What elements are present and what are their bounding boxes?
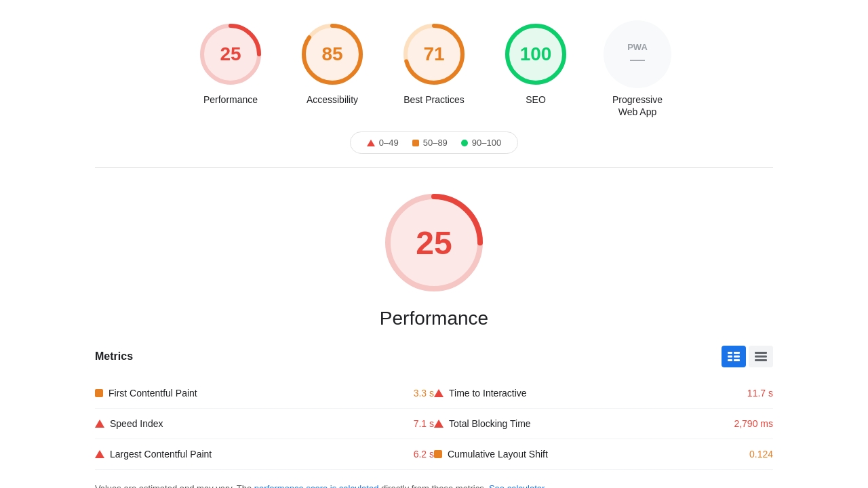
score-pwa[interactable]: PWA — ProgressiveWeb App (590, 20, 685, 118)
metric-cls-name: Cumulative Layout Shift (448, 449, 744, 460)
metric-tti-value: 11.7 s (747, 388, 773, 399)
metric-tbt-icon (434, 420, 443, 428)
metric-cls-value: 0.124 (749, 449, 773, 460)
svg-rect-16 (734, 352, 740, 354)
footer-text-before: Values are estimated and may vary. The (95, 483, 254, 488)
gauge-seo: 100 (502, 20, 570, 88)
gauge-pwa: PWA — (604, 20, 671, 88)
toggle-list-button[interactable] (749, 346, 773, 367)
score-accessibility-label: Accessibility (307, 94, 358, 106)
score-accessibility-value: 85 (321, 43, 342, 65)
legend-green-label: 90–100 (472, 138, 501, 148)
gauge-best-practices: 71 (400, 20, 468, 88)
scores-row: 25 Performance 85 Accessibility (95, 14, 773, 131)
score-pwa-label: ProgressiveWeb App (612, 94, 663, 118)
metrics-right-col: Time to Interactive 11.7 s Total Blockin… (434, 378, 773, 470)
score-performance[interactable]: 25 Performance (183, 20, 278, 106)
legend-orange-label: 50–89 (423, 138, 448, 148)
legend-orange: 50–89 (412, 138, 448, 148)
big-score-value: 25 (416, 224, 452, 262)
metric-cls: Cumulative Layout Shift 0.124 (434, 439, 773, 470)
metrics-grid: First Contentful Paint 3.3 s Speed Index… (95, 378, 773, 470)
metric-tbt-name: Total Blocking Time (449, 418, 728, 429)
metric-tti: Time to Interactive 11.7 s (434, 378, 773, 409)
view-toggle[interactable] (722, 346, 773, 367)
metric-tbt-value: 2,790 ms (734, 418, 773, 429)
section-divider (95, 167, 773, 168)
metric-tti-name: Time to Interactive (449, 388, 742, 399)
metric-si-value: 7.1 s (414, 418, 434, 429)
metric-lcp: Largest Contentful Paint 6.2 s (95, 439, 434, 470)
gauge-performance: 25 (197, 20, 264, 88)
metric-lcp-icon (95, 450, 104, 458)
metric-cls-icon (434, 450, 442, 458)
footer-link-calc[interactable]: performance score is calculated (254, 483, 379, 488)
score-best-practices[interactable]: 71 Best Practices (387, 20, 481, 106)
metric-lcp-value: 6.2 s (414, 449, 434, 460)
metrics-header: Metrics (95, 346, 773, 367)
metric-lcp-name: Largest Contentful Paint (110, 449, 408, 460)
score-accessibility[interactable]: 85 Accessibility (285, 20, 380, 106)
legend-circle-icon (461, 140, 468, 146)
metric-fcp-icon (95, 389, 103, 397)
footer-text-after: directly from these metrics. (378, 483, 486, 488)
metric-tbt: Total Blocking Time 2,790 ms (434, 409, 773, 439)
score-seo-value: 100 (520, 43, 552, 65)
main-container: 25 Performance 85 Accessibility (68, 0, 800, 488)
gauge-accessibility: 85 (298, 20, 366, 88)
legend-triangle-icon (367, 140, 375, 146)
svg-rect-15 (728, 352, 732, 354)
score-seo-label: SEO (526, 94, 546, 106)
legend-bar: 0–49 50–89 90–100 (350, 131, 518, 154)
metric-fcp-name: First Contentful Paint (108, 388, 408, 399)
svg-rect-19 (728, 359, 732, 361)
svg-rect-22 (755, 356, 767, 358)
legend-red: 0–49 (367, 138, 399, 148)
svg-rect-21 (755, 352, 767, 354)
svg-rect-20 (734, 359, 740, 361)
metrics-title: Metrics (95, 350, 133, 363)
big-section-title: Performance (380, 308, 488, 329)
footer-note: Values are estimated and may vary. The p… (95, 483, 773, 488)
score-seo[interactable]: 100 SEO (488, 20, 583, 106)
pwa-dash: — (630, 52, 645, 67)
legend-square-icon (412, 140, 419, 146)
legend-green: 90–100 (461, 138, 501, 148)
metric-fcp-value: 3.3 s (414, 388, 434, 399)
metrics-section: Metrics (95, 346, 773, 488)
svg-rect-18 (734, 356, 740, 358)
legend-red-label: 0–49 (379, 138, 399, 148)
score-best-practices-value: 71 (423, 43, 444, 65)
toggle-grid-button[interactable] (722, 346, 746, 367)
metric-si: Speed Index 7.1 s (95, 409, 434, 439)
score-performance-label: Performance (203, 94, 258, 106)
metric-si-name: Speed Index (110, 418, 408, 429)
metrics-left-col: First Contentful Paint 3.3 s Speed Index… (95, 378, 434, 470)
metric-si-icon (95, 420, 104, 428)
footer-link-see-calc[interactable]: See calculator (489, 483, 545, 488)
big-gauge-wrapper: 25 (380, 188, 488, 297)
svg-rect-23 (755, 359, 767, 361)
svg-rect-17 (728, 356, 732, 358)
metric-tti-icon (434, 389, 443, 397)
metric-fcp: First Contentful Paint 3.3 s (95, 378, 434, 409)
score-performance-value: 25 (220, 43, 241, 65)
score-best-practices-label: Best Practices (403, 94, 464, 106)
big-performance-section: 25 Performance Metrics (95, 188, 773, 488)
